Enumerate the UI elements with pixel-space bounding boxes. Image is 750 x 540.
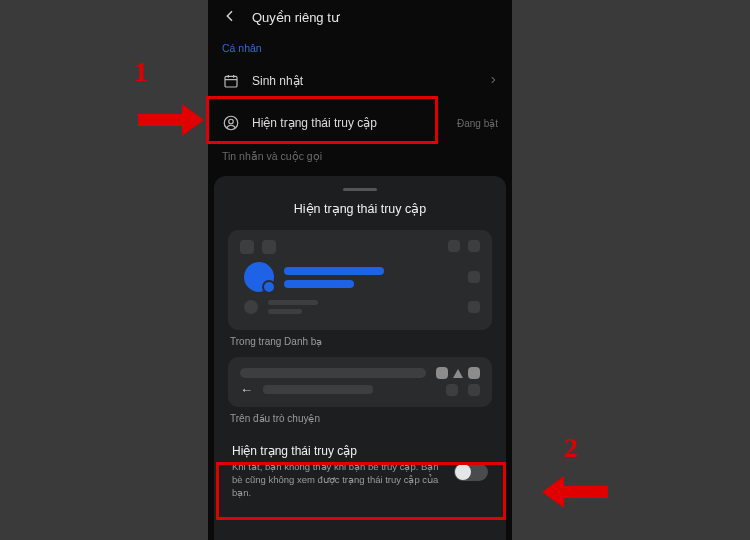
svg-point-2 xyxy=(229,119,234,124)
svg-marker-4 xyxy=(182,104,204,136)
header-bar: Quyền riêng tư xyxy=(208,0,512,38)
sheet-title: Hiện trạng thái truy cập xyxy=(228,201,492,216)
setting-title: Hiện trạng thái truy cập xyxy=(232,444,444,458)
section-personal: Cá nhân xyxy=(208,38,512,62)
phone-screen: Quyền riêng tư Cá nhân Sinh nhật Hiện tr… xyxy=(208,0,512,540)
active-status-setting: Hiện trạng thái truy cập Khi tắt, bạn kh… xyxy=(228,434,492,515)
row-active-status-value: Đang bật xyxy=(457,118,498,129)
chevron-right-icon xyxy=(488,75,498,87)
setting-description: Khi tắt, bạn không thấy khi bạn bè truy … xyxy=(232,461,444,499)
row-active-status[interactable]: Hiện trạng thái truy cập Đang bật xyxy=(208,100,512,146)
svg-rect-0 xyxy=(225,76,237,87)
svg-rect-3 xyxy=(138,114,182,126)
section-messages: Tin nhắn và cuộc gọi xyxy=(208,146,512,170)
back-icon[interactable] xyxy=(222,8,238,27)
svg-rect-5 xyxy=(564,486,608,498)
person-status-icon xyxy=(222,114,240,132)
illustration-chat-head: ← xyxy=(228,357,492,407)
annotation-arrow-1 xyxy=(138,100,206,140)
page-title: Quyền riêng tư xyxy=(252,10,339,25)
annotation-number-2: 2 xyxy=(564,432,578,464)
annotation-number-1: 1 xyxy=(134,56,148,88)
row-birthday-label: Sinh nhật xyxy=(252,74,476,88)
svg-marker-6 xyxy=(542,476,564,508)
annotation-arrow-2 xyxy=(540,472,608,512)
illustration-contacts-caption: Trong trang Danh bạ xyxy=(230,336,492,347)
illustration-contacts xyxy=(228,230,492,330)
row-birthday[interactable]: Sinh nhật xyxy=(208,62,512,100)
active-status-toggle[interactable] xyxy=(454,463,488,481)
illustration-chat-caption: Trên đầu trò chuyện xyxy=(230,413,492,424)
row-active-status-label: Hiện trạng thái truy cập xyxy=(252,116,445,130)
calendar-icon xyxy=(222,72,240,90)
sheet-handle[interactable] xyxy=(343,188,377,191)
bottom-sheet: Hiện trạng thái truy cập xyxy=(214,176,506,540)
